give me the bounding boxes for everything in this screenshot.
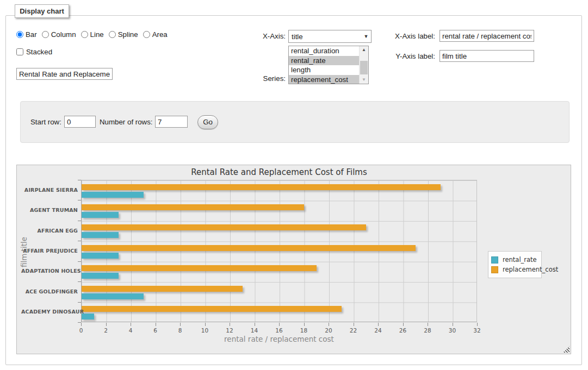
display-chart-page: Display chart BarColumnLineSplineArea St… [0, 0, 588, 370]
y-category-label: AGENT TRUMAN [21, 207, 78, 214]
x-tick-label: 22 [343, 327, 364, 334]
x-axis-select[interactable]: title ▼ [288, 30, 372, 43]
bar-replacement_cost [82, 306, 342, 312]
y-axis-label-input[interactable] [440, 50, 534, 62]
series-option-rental_rate[interactable]: rental_rate [289, 56, 359, 66]
stacked-checkbox-row[interactable]: Stacked [16, 47, 52, 57]
x-tick-mark [230, 323, 230, 326]
series-option-replacement_cost[interactable]: replacement_cost [289, 75, 359, 84]
chart-type-radio-area[interactable] [143, 31, 150, 38]
x-tick-mark [205, 323, 206, 326]
x-axis-label-input[interactable] [440, 30, 534, 42]
chart-type-radiogroup: BarColumnLineSplineArea [16, 29, 172, 39]
y-category-label: ACADEMY DINOSAUR [21, 309, 78, 315]
x-tick-label: 4 [120, 327, 141, 334]
x-tick-label: 24 [367, 327, 389, 334]
series-listbox[interactable]: rental_durationrental_ratelengthreplacem… [288, 46, 369, 84]
legend-swatch [491, 256, 498, 264]
stacked-checkbox[interactable] [16, 48, 23, 55]
scrollbar-thumb[interactable] [360, 61, 368, 74]
y-tick-mark [78, 200, 81, 200]
chart-type-option-area[interactable]: Area [143, 30, 168, 39]
resize-grip-icon[interactable] [563, 346, 570, 353]
y-tick-mark [78, 221, 81, 221]
y-tick-mark [78, 261, 81, 262]
y-tick-mark [78, 180, 81, 180]
x-tick-mark [81, 323, 82, 326]
y-category-label: ADAPTATION HOLES [21, 268, 78, 274]
x-tick-mark [477, 323, 478, 326]
chart-type-radio-label: Area [152, 30, 168, 39]
x-tick-mark [378, 323, 379, 326]
bar-replacement_cost [82, 265, 317, 271]
x-tick-label: 8 [169, 327, 191, 334]
series-option-length[interactable]: length [289, 65, 359, 75]
x-axis-select-label: X-Axis: [245, 32, 286, 41]
chart-type-radio-column[interactable] [42, 31, 49, 38]
series-options: rental_durationrental_ratelengthreplacem… [289, 46, 359, 84]
chart-type-radio-label: Spline [118, 30, 138, 39]
x-tick-mark [354, 323, 354, 326]
chart-type-radio-spline[interactable] [109, 31, 116, 38]
x-tick-label: 10 [194, 327, 216, 334]
x-tick-label: 16 [268, 327, 290, 334]
x-tick-mark [329, 323, 329, 326]
legend-item-rental_rate: rental_rate [491, 255, 538, 264]
y-axis-label-label: Y-Axis label: [387, 52, 435, 61]
go-button[interactable]: Go [197, 115, 218, 129]
x-tick-label: 6 [145, 327, 166, 334]
chart-type-radio-line[interactable] [81, 31, 88, 38]
y-category-label: ACE GOLDFINGER [21, 289, 78, 295]
y-category-label: AFFAIR PREJUDICE [21, 248, 78, 254]
chart-type-radio-label: Column [51, 30, 76, 39]
bar-rental_rate [82, 253, 119, 259]
chart-legend: rental_ratereplacement_cost [488, 251, 542, 278]
x-tick-label: 30 [442, 327, 463, 334]
fieldset-legend: Display chart [15, 4, 69, 18]
y-tick-mark [78, 241, 81, 241]
start-row-label: Start row: [30, 118, 61, 127]
chart-type-option-bar[interactable]: Bar [16, 30, 37, 39]
x-tick-mark [156, 323, 156, 326]
x-axis-selected-value: title [289, 33, 361, 41]
x-tick-label: 0 [70, 327, 92, 334]
chart-type-radio-bar[interactable] [16, 31, 23, 38]
x-tick-label: 26 [392, 327, 414, 334]
stacked-checkbox-label: Stacked [26, 48, 52, 56]
x-tick-mark [403, 323, 404, 326]
num-rows-input[interactable] [155, 116, 188, 128]
series-listbox-label: Series: [245, 74, 286, 83]
chart-title: Rental Rate and Replacement Cost of Film… [81, 167, 477, 177]
scrollbar-up-icon[interactable]: ▲ [360, 46, 368, 54]
series-listbox-scrollbar[interactable]: ▲ ▼ [359, 46, 368, 84]
chart-type-option-column[interactable]: Column [42, 30, 76, 39]
bar-rental_rate [82, 232, 119, 238]
chart-type-option-spline[interactable]: Spline [109, 30, 138, 39]
x-tick-label: 2 [95, 327, 117, 334]
bar-replacement_cost [82, 204, 304, 210]
x-tick-label: 14 [244, 327, 265, 334]
bar-replacement_cost [82, 184, 441, 190]
bar-rental_rate [82, 192, 144, 198]
chart-type-radio-label: Line [90, 30, 104, 39]
y-category-label: AFRICAN EGG [21, 228, 78, 234]
series-option-rental_duration[interactable]: rental_duration [289, 46, 359, 56]
x-tick-label: 18 [293, 327, 315, 334]
row-range-panel: Start row: Number of rows: Go [20, 101, 570, 143]
chart-title-input[interactable] [16, 68, 113, 80]
y-category-label: AIRPLANE SIERRA [21, 187, 78, 193]
x-axis-label-label: X-Axis label: [387, 32, 435, 41]
bar-replacement_cost [82, 245, 416, 251]
bar-rental_rate [82, 293, 144, 299]
scrollbar-down-icon[interactable]: ▼ [360, 76, 368, 84]
start-row-input[interactable] [64, 116, 96, 128]
bar-replacement_cost [82, 224, 366, 230]
x-tick-mark [131, 323, 131, 326]
x-tick-mark [255, 323, 255, 326]
bar-replacement_cost [82, 286, 243, 292]
x-tick-label: 12 [219, 327, 240, 334]
chart-container: Rental Rate and Replacement Cost of Film… [16, 165, 571, 354]
chart-type-option-line[interactable]: Line [81, 30, 104, 39]
x-axis-title: rental rate / replacement cost [81, 335, 477, 343]
legend-item-replacement_cost: replacement_cost [491, 265, 538, 274]
